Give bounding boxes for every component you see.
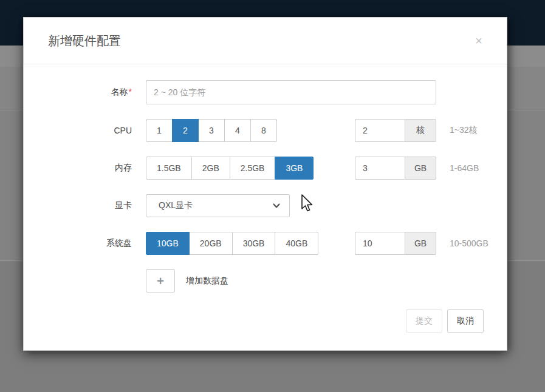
- cpu-option-3[interactable]: 3: [198, 119, 225, 142]
- memory-options-group: 1.5GB 2GB 2.5GB 3GB: [146, 157, 314, 180]
- gpu-select[interactable]: QXL显卡: [146, 194, 290, 217]
- cpu-unit-addon: 核: [405, 119, 436, 142]
- cpu-label: CPU: [48, 126, 132, 135]
- cancel-button[interactable]: 取消: [447, 309, 484, 333]
- system-disk-label: 系统盘: [48, 238, 132, 249]
- close-icon[interactable]: ×: [469, 35, 482, 47]
- cpu-options-group: 1 2 3 4 8: [146, 119, 277, 142]
- memory-range-hint: 1-64GB: [450, 163, 479, 173]
- add-data-disk-button[interactable]: +: [146, 269, 175, 292]
- disk-range-hint: 10-500GB: [450, 238, 488, 248]
- memory-unit-addon: GB: [405, 157, 436, 180]
- cpu-range-hint: 1~32核: [450, 125, 478, 136]
- cpu-option-2[interactable]: 2: [172, 119, 199, 142]
- submit-button[interactable]: 提交: [406, 309, 442, 333]
- required-asterisk: *: [129, 87, 132, 96]
- chevron-down-icon: [272, 201, 281, 210]
- memory-label: 内存: [48, 163, 132, 174]
- memory-size-input[interactable]: [355, 157, 405, 180]
- cpu-option-1[interactable]: 1: [146, 119, 173, 142]
- disk-size-input[interactable]: [355, 232, 405, 255]
- add-data-disk-row: + 增加数据盘: [48, 269, 482, 292]
- memory-option-1.5gb[interactable]: 1.5GB: [146, 157, 192, 180]
- memory-option-2gb[interactable]: 2GB: [191, 157, 230, 180]
- memory-option-2.5gb[interactable]: 2.5GB: [230, 157, 276, 180]
- disk-options-group: 10GB 20GB 30GB 40GB: [146, 232, 318, 255]
- cpu-option-4[interactable]: 4: [224, 119, 251, 142]
- name-row: 名称*: [48, 80, 482, 104]
- memory-value-group: GB: [355, 157, 436, 180]
- cpu-row: CPU 1 2 3 4 8 核 1~32核: [48, 119, 482, 142]
- cpu-count-input[interactable]: [355, 119, 405, 142]
- memory-option-3gb[interactable]: 3GB: [275, 157, 314, 180]
- memory-row: 内存 1.5GB 2GB 2.5GB 3GB GB 1-64GB: [48, 157, 482, 180]
- dialog-title: 新增硬件配置: [48, 33, 469, 49]
- gpu-row: 显卡 QXL显卡: [48, 194, 482, 217]
- disk-unit-addon: GB: [405, 232, 436, 255]
- add-hardware-config-dialog: 新增硬件配置 × 名称* CPU 1 2 3 4 8 核: [23, 17, 507, 351]
- gpu-selected-value: QXL显卡: [159, 200, 272, 211]
- dialog-footer: 提交 取消: [24, 307, 507, 333]
- plus-icon: +: [157, 275, 164, 287]
- gpu-label: 显卡: [48, 200, 132, 211]
- name-input[interactable]: [146, 80, 436, 104]
- disk-option-20gb[interactable]: 20GB: [189, 232, 233, 255]
- disk-option-40gb[interactable]: 40GB: [275, 232, 318, 255]
- dialog-header: 新增硬件配置 ×: [24, 18, 507, 64]
- add-data-disk-label: 增加数据盘: [186, 275, 228, 286]
- disk-option-10gb[interactable]: 10GB: [146, 232, 190, 255]
- disk-option-30gb[interactable]: 30GB: [232, 232, 276, 255]
- cpu-option-8[interactable]: 8: [250, 119, 277, 142]
- cpu-value-group: 核: [355, 119, 436, 142]
- name-label: 名称*: [48, 87, 132, 98]
- dialog-body: 名称* CPU 1 2 3 4 8 核 1~32核 内存: [24, 64, 507, 292]
- disk-value-group: GB: [355, 232, 436, 255]
- system-disk-row: 系统盘 10GB 20GB 30GB 40GB GB 10-500GB: [48, 232, 482, 255]
